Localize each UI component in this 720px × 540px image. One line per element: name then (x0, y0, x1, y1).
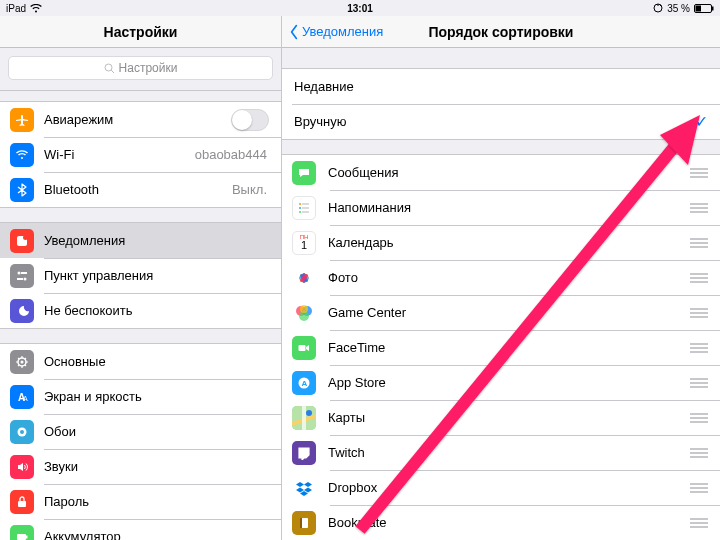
svg-rect-2 (696, 5, 702, 11)
battery-icon (694, 4, 714, 13)
sidebar-item-label: Аккумулятор (44, 529, 269, 540)
app-row-facetime[interactable]: FaceTime (282, 330, 720, 365)
drag-handle-icon[interactable] (688, 448, 708, 458)
sidebar-item-label: Экран и яркость (44, 389, 269, 404)
ipad-settings-screen: iPad 13:01 35 % Настройки Настройки (0, 0, 720, 540)
svg-rect-24 (302, 207, 309, 208)
sidebar-item-wallpaper[interactable]: Обои (0, 414, 281, 449)
display-icon: AA (10, 385, 34, 409)
chevron-left-icon (288, 24, 300, 40)
svg-point-8 (18, 271, 21, 274)
battery-percent-label: 35 % (667, 3, 690, 14)
sidebar-scroll[interactable]: Авиарежим Wi-Fi obaobab444 Bluetooth Вык… (0, 91, 281, 540)
svg-text:A: A (302, 379, 308, 388)
apps-reorder-group: Сообщения Напоминания ПН1 Календарь (282, 154, 720, 540)
sidebar-item-dnd[interactable]: Не беспокоить (0, 293, 281, 328)
svg-rect-11 (17, 278, 23, 280)
sidebar-item-battery[interactable]: Аккумулятор (0, 519, 281, 540)
sidebar-item-label: Звуки (44, 459, 269, 474)
sidebar-navbar: Настройки (0, 16, 281, 48)
control-center-icon (10, 264, 34, 288)
drag-handle-icon[interactable] (688, 413, 708, 423)
sidebar-item-notifications[interactable]: Уведомления (0, 223, 281, 258)
drag-handle-icon[interactable] (688, 378, 708, 388)
detail-scroll[interactable]: Недавние Вручную ✓ Сообщения (282, 48, 720, 540)
wifi-status-icon (30, 4, 42, 13)
sidebar-item-sounds[interactable]: Звуки (0, 449, 281, 484)
svg-rect-45 (300, 518, 302, 528)
sort-option-recent[interactable]: Недавние (282, 69, 720, 104)
app-label: Сообщения (328, 165, 688, 180)
back-button[interactable]: Уведомления (288, 24, 383, 40)
app-row-maps[interactable]: Карты (282, 400, 720, 435)
wallpaper-icon (10, 420, 34, 444)
drag-handle-icon[interactable] (688, 273, 708, 283)
svg-point-38 (300, 305, 308, 313)
sidebar-item-passcode[interactable]: Пароль (0, 484, 281, 519)
app-label: Фото (328, 270, 688, 285)
sidebar-item-bluetooth[interactable]: Bluetooth Выкл. (0, 172, 281, 207)
app-row-messages[interactable]: Сообщения (282, 155, 720, 190)
sort-option-manual[interactable]: Вручную ✓ (282, 104, 720, 139)
app-row-reminders[interactable]: Напоминания (282, 190, 720, 225)
app-row-twitch[interactable]: Twitch (282, 435, 720, 470)
drag-handle-icon[interactable] (688, 168, 708, 178)
app-row-appstore[interactable]: A App Store (282, 365, 720, 400)
wifi-network-value: obaobab444 (195, 147, 267, 162)
search-input[interactable]: Настройки (8, 56, 273, 80)
dropbox-icon (292, 476, 316, 500)
sidebar-item-label: Обои (44, 424, 269, 439)
app-row-photos[interactable]: Фото (282, 260, 720, 295)
app-row-bookmate[interactable]: Bookmate (282, 505, 720, 540)
wifi-icon (10, 143, 34, 167)
sidebar-item-airplane[interactable]: Авиарежим (0, 102, 281, 137)
reminders-icon (292, 196, 316, 220)
sidebar-item-wifi[interactable]: Wi-Fi obaobab444 (0, 137, 281, 172)
app-label: Карты (328, 410, 688, 425)
sort-option-label: Вручную (294, 114, 695, 129)
svg-point-4 (105, 64, 112, 71)
battery-settings-icon (10, 525, 34, 541)
carrier-label: iPad (6, 3, 26, 14)
svg-text:A: A (23, 395, 28, 402)
calendar-icon: ПН1 (292, 231, 316, 255)
dnd-icon (10, 299, 34, 323)
sidebar-item-display[interactable]: AA Экран и яркость (0, 379, 281, 414)
appstore-icon: A (292, 371, 316, 395)
bluetooth-icon (10, 178, 34, 202)
drag-handle-icon[interactable] (688, 308, 708, 318)
search-icon (104, 63, 115, 74)
drag-handle-icon[interactable] (688, 343, 708, 353)
svg-rect-19 (17, 534, 26, 540)
detail-navbar: Уведомления Порядок сортировки (282, 16, 720, 48)
sidebar-item-label: Bluetooth (44, 182, 232, 197)
app-label: Календарь (328, 235, 688, 250)
app-label: Dropbox (328, 480, 688, 495)
app-row-dropbox[interactable]: Dropbox (282, 470, 720, 505)
airplane-toggle[interactable] (231, 109, 269, 131)
sort-option-label: Недавние (294, 79, 708, 94)
search-placeholder: Настройки (119, 61, 178, 75)
svg-rect-20 (26, 535, 28, 538)
facetime-icon (292, 336, 316, 360)
sidebar-item-label: Основные (44, 354, 269, 369)
passcode-icon (10, 490, 34, 514)
svg-rect-26 (302, 211, 309, 212)
checkmark-icon: ✓ (695, 112, 708, 131)
sidebar-item-control-center[interactable]: Пункт управления (0, 258, 281, 293)
app-row-gamecenter[interactable]: Game Center (282, 295, 720, 330)
app-label: Напоминания (328, 200, 688, 215)
drag-handle-icon[interactable] (688, 203, 708, 213)
airplane-icon (10, 108, 34, 132)
sidebar-item-label: Не беспокоить (44, 303, 269, 318)
app-row-calendar[interactable]: ПН1 Календарь (282, 225, 720, 260)
svg-rect-22 (302, 203, 309, 204)
orientation-lock-icon (653, 3, 663, 13)
sidebar-item-general[interactable]: Основные (0, 344, 281, 379)
app-label: App Store (328, 375, 688, 390)
maps-icon (292, 406, 316, 430)
drag-handle-icon[interactable] (688, 483, 708, 493)
drag-handle-icon[interactable] (688, 238, 708, 248)
bluetooth-value: Выкл. (232, 182, 267, 197)
drag-handle-icon[interactable] (688, 518, 708, 528)
